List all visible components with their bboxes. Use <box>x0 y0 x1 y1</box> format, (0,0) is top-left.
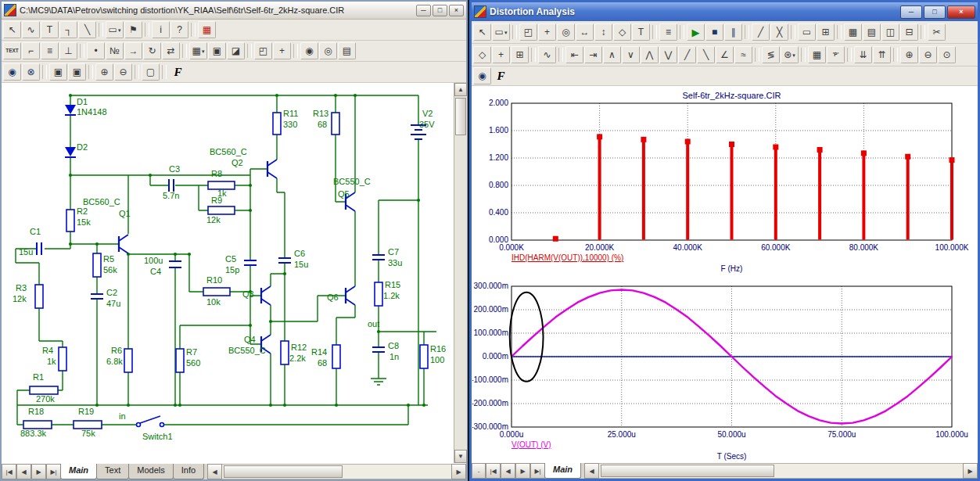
grid-icon[interactable]: ▦▾ <box>189 42 207 59</box>
horizontal-tag-icon[interactable]: ↔ <box>576 23 594 41</box>
border-icon[interactable]: ▣ <box>208 42 226 59</box>
component-label[interactable]: 1k <box>47 357 56 366</box>
properties-icon[interactable]: ≡ <box>659 23 677 41</box>
component-label[interactable]: C3 <box>169 164 180 174</box>
y-expression-label[interactable]: IHD(HARM(V(OUT)),10000) (%) <box>512 253 623 262</box>
zoom-in-icon[interactable]: ⊕ <box>900 46 918 63</box>
component-label[interactable]: 35V <box>419 120 435 129</box>
component-label[interactable]: BC560_C <box>210 147 247 156</box>
horizontal-scrollbar[interactable]: ◀ ▶ <box>207 464 466 479</box>
scrollbar-thumb[interactable] <box>224 465 343 478</box>
component-label[interactable]: 56k <box>103 265 117 275</box>
scroll-up-button[interactable]: ▲ <box>454 83 467 96</box>
copy-picture-icon[interactable]: ▣ <box>68 63 86 81</box>
component-label[interactable]: R6 <box>111 346 122 355</box>
slope-icon[interactable]: ∠ <box>716 46 734 63</box>
component-label[interactable]: 5.7n <box>163 191 179 200</box>
close-button[interactable]: × <box>947 5 975 19</box>
prev-page-button[interactable]: ◀ <box>501 463 515 479</box>
component-label[interactable]: 12k <box>13 294 27 303</box>
component-label[interactable]: BC550_C <box>228 346 266 355</box>
scale-mode-icon[interactable]: ◰ <box>519 23 537 41</box>
component-label[interactable]: R13 <box>313 109 328 118</box>
help-icon[interactable]: ? <box>171 21 188 38</box>
text-icon[interactable]: T <box>632 23 650 41</box>
scroll-right-button[interactable]: ▶ <box>963 463 978 479</box>
font-icon[interactable]: F <box>492 67 510 84</box>
data-points-icon[interactable]: ▦ <box>844 23 862 41</box>
scroll-down-button[interactable]: ▼ <box>454 450 467 463</box>
component-label[interactable]: 33u <box>388 258 402 267</box>
camera-icon[interactable]: ▢ <box>142 63 160 81</box>
component-label[interactable]: 75k <box>81 429 95 438</box>
scrollbar-thumb[interactable] <box>601 465 774 477</box>
component-label[interactable]: Q4 <box>244 335 256 344</box>
last-page-button[interactable]: ▶| <box>530 463 545 479</box>
zoom-fit-icon[interactable]: ⊙ <box>938 46 956 63</box>
envelope-icon[interactable]: ≶ <box>762 46 780 63</box>
wire-icon[interactable]: ┐ <box>59 21 77 38</box>
maximize-button[interactable]: □ <box>433 5 447 16</box>
font-icon[interactable]: F <box>169 63 187 81</box>
component-label[interactable]: C1 <box>30 227 41 236</box>
cut-icon[interactable]: ✂ <box>928 23 946 41</box>
first-page-button[interactable]: |◀ <box>2 464 16 479</box>
component-label[interactable]: R12 <box>291 343 307 352</box>
component-label[interactable]: 6.8k <box>106 357 123 366</box>
component-label[interactable]: R1 <box>33 372 44 382</box>
component-label[interactable]: R18 <box>28 407 44 416</box>
normalize-x-icon[interactable]: ⇊ <box>854 46 872 63</box>
minimize-button[interactable]: ─ <box>416 5 431 16</box>
prev-page-button[interactable]: ◀ <box>16 464 31 479</box>
find-icon[interactable]: ◉ <box>300 42 318 59</box>
dropdown-arrow-icon[interactable]: ▾ <box>202 48 205 54</box>
component-label[interactable]: R3 <box>16 283 27 293</box>
plot-grid-icon[interactable]: ⊞ <box>817 23 835 41</box>
data-grid-icon[interactable]: ▦ <box>808 46 826 63</box>
collapse-plot-button[interactable]: - <box>472 463 486 479</box>
redraw-icon[interactable]: ◉ <box>473 67 491 84</box>
go-to-x-icon[interactable]: ⇤ <box>565 46 583 63</box>
component-label[interactable]: R4 <box>42 346 53 355</box>
component-label[interactable]: R5 <box>103 254 114 264</box>
component-label[interactable]: D2 <box>77 142 88 152</box>
component-label[interactable]: R15 <box>385 280 400 289</box>
component-label[interactable]: BC550_C <box>333 177 371 186</box>
wire-diagonal-icon[interactable]: ╲ <box>78 21 96 38</box>
mirror-icon[interactable]: ⇄ <box>162 42 180 59</box>
ground-icon[interactable]: ⊥ <box>59 42 77 59</box>
tab-text[interactable]: Text <box>96 464 129 479</box>
vertical-panels-icon[interactable]: ◫ <box>881 23 899 41</box>
component-label[interactable]: 15p <box>225 265 239 275</box>
dropdown-arrow-icon[interactable]: ▾ <box>792 52 795 58</box>
zoom-in-icon[interactable]: ⊕ <box>95 63 113 81</box>
overlay-icon[interactable]: ⊟ <box>900 23 918 41</box>
select-icon[interactable]: ↖ <box>3 21 21 38</box>
component-label[interactable]: V2 <box>422 109 433 118</box>
vertical-tag-icon[interactable]: ↕ <box>594 23 612 41</box>
find-next-icon[interactable]: ◎ <box>319 42 337 59</box>
one-plot-icon[interactable]: ▭ <box>798 23 816 41</box>
output-waveform-chart[interactable]: 300.000m200.000m100.000m0.000m-100.000m-… <box>472 278 977 462</box>
component-label[interactable]: 270k <box>36 394 55 404</box>
line-mode-icon[interactable]: ╱ <box>752 23 770 41</box>
measure-icon[interactable]: ╳ <box>770 23 788 41</box>
select-icon[interactable]: ↖ <box>473 23 491 41</box>
junction-icon[interactable]: • <box>87 42 105 59</box>
current-direction-icon[interactable]: → <box>124 42 142 59</box>
component-label[interactable]: Q3 <box>242 289 254 299</box>
tracker-icon[interactable]: ⊞ <box>511 46 529 63</box>
component-label[interactable]: Q6 <box>327 293 339 302</box>
y-expression-label[interactable]: V(OUT) (V) <box>512 440 551 449</box>
component-label[interactable]: C7 <box>388 247 399 257</box>
label-branches-icon[interactable]: ⊛▾ <box>781 46 799 63</box>
component-label[interactable]: BC560_C <box>83 197 120 206</box>
next-valley-icon[interactable]: ∨ <box>622 46 640 63</box>
schematic-window-titlebar[interactable]: C:\MC9\DATA\Petrov\switching distortion\… <box>2 2 466 20</box>
node-numbers-icon[interactable]: № <box>106 42 124 59</box>
annotation-ellipse[interactable] <box>510 293 544 382</box>
pause-icon[interactable]: ∥ <box>724 23 742 41</box>
component-label[interactable]: out <box>368 319 379 328</box>
component-label[interactable]: R11 <box>283 109 298 118</box>
rotate-icon[interactable]: ↻ <box>143 42 161 59</box>
